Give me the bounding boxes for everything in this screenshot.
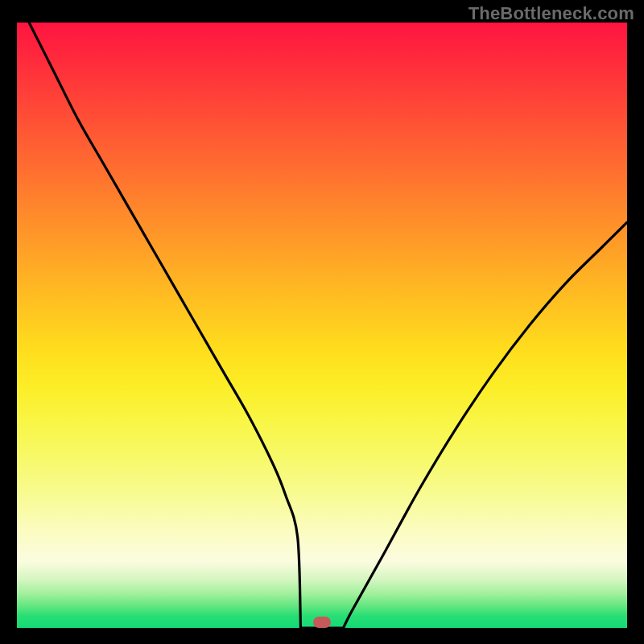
optimal-marker: [313, 617, 331, 628]
watermark-text: TheBottleneck.com: [469, 3, 634, 24]
curve-layer: [17, 23, 627, 628]
bottleneck-curve: [29, 23, 627, 628]
plot-area: [17, 23, 627, 628]
chart-frame: TheBottleneck.com: [0, 0, 644, 644]
